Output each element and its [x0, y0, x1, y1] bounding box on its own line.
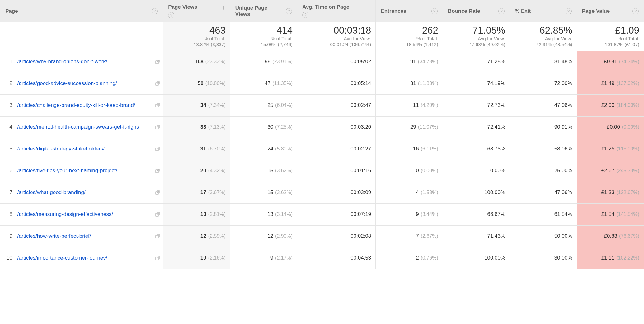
- col-header-page-label: Page: [5, 8, 149, 14]
- cell-avgtime: 00:02:47: [297, 94, 376, 116]
- cell-pageviews-pct: (23.33%): [205, 59, 226, 64]
- page-cell: /articles/five-tips-your-next-naming-pro…: [16, 160, 163, 182]
- open-in-new-icon[interactable]: [155, 212, 160, 217]
- summary-avgtime-sub2: 00:01:24 (136.71%): [302, 42, 371, 48]
- page-cell: /articles/digital-strategy-stakeholders/: [16, 138, 163, 160]
- row-index: 7.: [0, 182, 16, 203]
- cell-unique: 24(5.80%): [230, 138, 297, 160]
- page-cell: /articles/good-advice-succession-plannin…: [16, 73, 163, 94]
- cell-page-value: £0.83(76.67%): [577, 225, 644, 247]
- cell-page-value: £1.49(137.02%): [577, 73, 644, 94]
- cell-unique: 47(11.35%): [230, 73, 297, 94]
- cell-avgtime: 00:07:19: [297, 203, 376, 225]
- page-path-link[interactable]: /articles/how-write-perfect-brief/: [17, 233, 153, 240]
- open-in-new-icon[interactable]: [155, 81, 160, 86]
- page-path-link[interactable]: /articles/mental-health-campaign-swears-…: [17, 124, 153, 131]
- cell-entrances-value: 31: [410, 80, 416, 86]
- help-icon[interactable]: ?: [286, 8, 292, 14]
- cell-unique: 13(3.14%): [230, 203, 297, 225]
- summary-pageviews: 463% of Total:13.87% (3,337): [163, 22, 230, 51]
- cell-entrances: 91(34.73%): [376, 51, 443, 73]
- cell-exit: 90.91%: [510, 116, 577, 138]
- cell-page-value: £2.00(184.00%): [577, 94, 644, 116]
- open-in-new-icon[interactable]: [155, 233, 160, 239]
- cell-exit: 50.00%: [510, 225, 577, 247]
- help-icon[interactable]: ?: [431, 8, 438, 14]
- summary-avgtime-sub1: Avg for View:: [302, 36, 371, 42]
- help-icon[interactable]: ?: [168, 12, 174, 18]
- open-in-new-icon[interactable]: [155, 59, 160, 64]
- cell-page-value: £1.33(122.67%): [577, 182, 644, 203]
- cell-unique-value: 24: [267, 146, 273, 152]
- open-in-new-icon[interactable]: [155, 102, 160, 108]
- cell-exit: 81.48%: [510, 51, 577, 73]
- cell-entrances: 7(2.67%): [376, 225, 443, 247]
- page-path-link[interactable]: /articles/good-advice-succession-plannin…: [17, 80, 153, 87]
- cell-entrances-value: 0: [416, 168, 419, 174]
- cell-entrances: 2(0.76%): [376, 247, 443, 269]
- page-cell: /articles/why-brand-onions-don-t-work/: [16, 51, 163, 73]
- cell-unique: 15(3.62%): [230, 182, 297, 203]
- help-icon[interactable]: ?: [498, 8, 505, 14]
- cell-pageviews-value: 33: [200, 124, 206, 130]
- open-in-new-icon[interactable]: [155, 124, 160, 130]
- cell-pageviews: 13(2.81%): [163, 203, 230, 225]
- col-header-avgtime-label: Avg. Time on Page: [302, 4, 370, 10]
- col-header-bounce[interactable]: Bounce Rate ?: [443, 0, 510, 22]
- cell-bounce: 71.28%: [443, 51, 510, 73]
- cell-pageviews-pct: (2.16%): [208, 255, 226, 260]
- page-path-link[interactable]: /articles/why-brand-onions-don-t-work/: [17, 58, 153, 65]
- cell-avgtime: 00:01:16: [297, 160, 376, 182]
- page-path-link[interactable]: /articles/what-good-branding/: [17, 189, 153, 196]
- cell-page-value: £0.81(74.34%): [577, 51, 644, 73]
- cell-pageviews-pct: (4.32%): [208, 168, 226, 173]
- cell-page-value-pct: (0.00%): [622, 124, 639, 130]
- cell-bounce: 74.19%: [443, 73, 510, 94]
- cell-page-value-value: £2.67: [601, 168, 615, 174]
- col-header-value[interactable]: Page Value ?: [577, 0, 644, 22]
- page-path-link[interactable]: /articles/challenge-brand-equity-kill-or…: [17, 102, 153, 109]
- help-icon[interactable]: ?: [152, 8, 158, 14]
- cell-unique-pct: (7.25%): [275, 124, 293, 130]
- cell-bounce: 72.41%: [443, 116, 510, 138]
- page-path-link[interactable]: /articles/importance-customer-journey/: [17, 255, 153, 261]
- help-icon[interactable]: ?: [632, 8, 639, 14]
- cell-exit: 25.00%: [510, 160, 577, 182]
- cell-page-value-value: £1.11: [601, 255, 615, 261]
- col-header-exit[interactable]: % Exit ?: [510, 0, 577, 22]
- open-in-new-icon[interactable]: [155, 146, 160, 152]
- cell-pageviews-value: 20: [200, 168, 206, 174]
- open-in-new-icon[interactable]: [155, 255, 160, 261]
- open-in-new-icon[interactable]: [155, 168, 160, 174]
- page-path-link[interactable]: /articles/digital-strategy-stakeholders/: [17, 145, 153, 152]
- col-header-unique[interactable]: Unique Page Views ?: [230, 0, 297, 22]
- cell-bounce: 68.75%: [443, 138, 510, 160]
- cell-unique-pct: (2.17%): [275, 255, 293, 260]
- page-path-link[interactable]: /articles/five-tips-your-next-naming-pro…: [17, 167, 153, 174]
- summary-exit-value: 62.85%: [514, 25, 572, 36]
- cell-entrances-pct: (2.67%): [421, 233, 438, 239]
- col-header-entrances[interactable]: Entrances ?: [376, 0, 443, 22]
- summary-row: 463% of Total:13.87% (3,337)414% of Tota…: [0, 22, 644, 51]
- help-icon[interactable]: ?: [302, 12, 308, 18]
- col-header-avgtime[interactable]: Avg. Time on Page ?: [297, 0, 376, 22]
- page-cell: /articles/challenge-brand-equity-kill-or…: [16, 94, 163, 116]
- page-path-link[interactable]: /articles/measuring-design-effectiveness…: [17, 211, 153, 218]
- cell-exit: 58.06%: [510, 138, 577, 160]
- col-header-page[interactable]: Page ?: [0, 0, 163, 22]
- table-row: 9./articles/how-write-perfect-brief/12(2…: [0, 225, 644, 247]
- help-icon[interactable]: ?: [566, 8, 572, 14]
- cell-entrances-pct: (11.07%): [418, 124, 438, 130]
- cell-unique-pct: (23.91%): [272, 59, 293, 64]
- cell-unique-value: 15: [267, 189, 273, 195]
- col-header-pageviews[interactable]: Page Views ↓ ?: [163, 0, 230, 22]
- cell-exit: 30.00%: [510, 247, 577, 269]
- cell-pageviews-value: 12: [200, 233, 206, 239]
- page-cell: /articles/importance-customer-journey/: [16, 247, 163, 269]
- cell-pageviews-pct: (10.80%): [205, 81, 226, 86]
- cell-avgtime: 00:03:20: [297, 116, 376, 138]
- cell-pageviews: 34(7.34%): [163, 94, 230, 116]
- cell-page-value-pct: (137.02%): [616, 81, 639, 86]
- open-in-new-icon[interactable]: [155, 190, 160, 195]
- summary-avgtime: 00:03:18Avg for View:00:01:24 (136.71%): [297, 22, 376, 51]
